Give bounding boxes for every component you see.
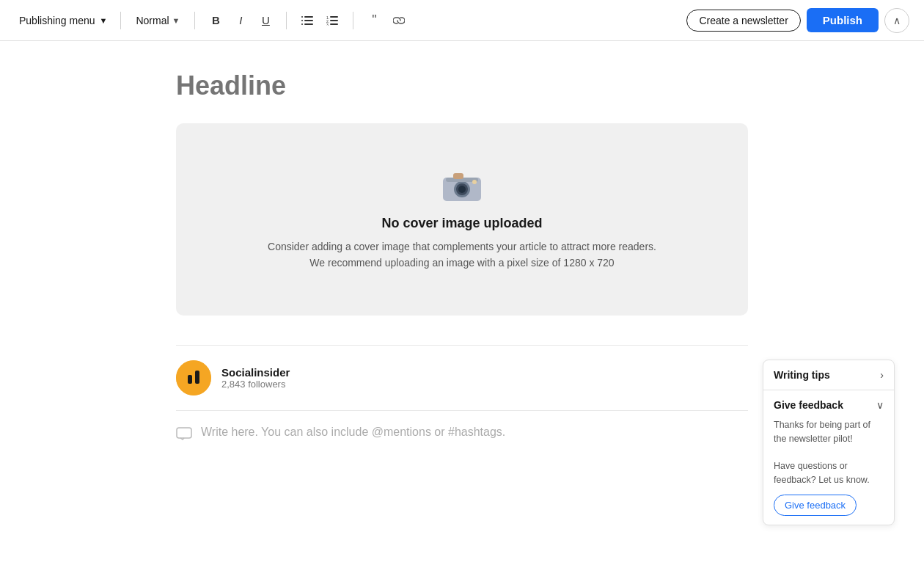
svg-rect-1 <box>304 16 313 18</box>
divider-4 <box>353 12 353 29</box>
create-newsletter-button[interactable]: Create a newsletter <box>686 10 800 32</box>
writing-tips-label: Writing tips <box>774 369 830 381</box>
write-placeholder: Write here. You can also include @mentio… <box>201 426 505 439</box>
ordered-list-button[interactable]: 1. 2. 3. <box>320 9 344 32</box>
svg-rect-2 <box>301 20 303 21</box>
give-feedback-button[interactable]: Give feedback <box>774 495 857 516</box>
divider-1 <box>120 12 121 29</box>
headline-input[interactable] <box>176 70 748 101</box>
feedback-label: Give feedback <box>774 399 843 411</box>
svg-point-15 <box>458 186 466 193</box>
comment-icon <box>176 427 192 440</box>
writing-tips-row[interactable]: Writing tips › <box>763 360 894 390</box>
cover-image-desc-line2: We recommend uploading an image with a p… <box>309 257 614 269</box>
writing-tips-chevron-icon: › <box>880 369 884 381</box>
svg-point-19 <box>176 360 211 395</box>
cover-image-box[interactable]: No cover image uploaded Consider adding … <box>176 123 748 316</box>
ul-icon <box>301 15 313 26</box>
format-chevron-icon: ▼ <box>172 16 180 25</box>
feedback-header[interactable]: Give feedback ∨ <box>774 399 884 411</box>
svg-rect-0 <box>301 16 303 18</box>
list-format-group: 1. 2. 3. <box>296 9 344 32</box>
main-content-area: No cover image uploaded Consider adding … <box>161 41 763 488</box>
author-row: Socialinsider 2,843 followers <box>176 345 748 410</box>
svg-rect-21 <box>195 371 199 384</box>
format-select[interactable]: Normal ▼ <box>130 12 186 29</box>
feedback-section: Give feedback ∨ Thanks for being part of… <box>763 390 894 525</box>
svg-rect-11 <box>330 23 338 25</box>
svg-rect-9 <box>330 20 338 21</box>
cover-image-title: No cover image uploaded <box>381 216 542 231</box>
format-label: Normal <box>136 15 169 26</box>
cover-image-desc-line1: Consider adding a cover image that compl… <box>268 241 656 252</box>
divider-2 <box>194 12 195 29</box>
svg-rect-20 <box>188 375 192 384</box>
write-area: Write here. You can also include @mentio… <box>176 410 748 459</box>
chevron-down-icon: ▼ <box>100 16 108 25</box>
author-name: Socialinsider <box>221 366 290 379</box>
svg-rect-5 <box>304 23 313 25</box>
author-info: Socialinsider 2,843 followers <box>221 366 290 390</box>
cover-image-desc: Consider adding a cover image that compl… <box>268 238 656 271</box>
write-area-icon <box>176 427 192 444</box>
chevron-up-icon: ∧ <box>893 15 901 26</box>
side-panel: Writing tips › Give feedback ∨ Thanks fo… <box>763 360 895 525</box>
svg-rect-4 <box>301 23 303 25</box>
toolbar: Publishing menu ▼ Normal ▼ B I U 1. <box>0 0 924 41</box>
avatar-svg <box>176 360 211 395</box>
svg-rect-22 <box>177 428 191 438</box>
ol-icon: 1. 2. 3. <box>326 15 338 26</box>
quote-link-group: " <box>362 9 411 32</box>
feedback-text-1: Thanks for being part of the newsletter … <box>774 418 884 446</box>
text-format-group: B I U <box>204 9 277 32</box>
feedback-text: Thanks for being part of the newsletter … <box>774 418 884 487</box>
link-button[interactable] <box>387 9 411 32</box>
author-followers: 2,843 followers <box>221 379 290 390</box>
bold-button[interactable]: B <box>204 9 227 32</box>
collapse-toolbar-button[interactable]: ∧ <box>884 8 909 33</box>
publishing-menu-label: Publishing menu <box>19 15 95 26</box>
publishing-menu-button[interactable]: Publishing menu ▼ <box>15 12 111 29</box>
unordered-list-button[interactable] <box>296 9 319 32</box>
link-icon <box>393 16 405 25</box>
svg-rect-7 <box>330 16 338 18</box>
italic-button[interactable]: I <box>229 9 252 32</box>
author-avatar <box>176 360 211 395</box>
divider-3 <box>286 12 287 29</box>
svg-text:3.: 3. <box>326 23 329 26</box>
svg-rect-17 <box>453 173 463 179</box>
camera-icon <box>440 167 484 204</box>
svg-rect-3 <box>304 20 313 21</box>
svg-point-18 <box>472 180 477 184</box>
publish-button[interactable]: Publish <box>807 8 879 32</box>
quote-button[interactable]: " <box>362 9 386 32</box>
create-newsletter-label: Create a newsletter <box>699 15 788 26</box>
underline-button[interactable]: U <box>254 9 277 32</box>
feedback-chevron-icon: ∨ <box>876 399 884 411</box>
feedback-text-2: Have questions or feedback? Let us know. <box>774 459 884 487</box>
